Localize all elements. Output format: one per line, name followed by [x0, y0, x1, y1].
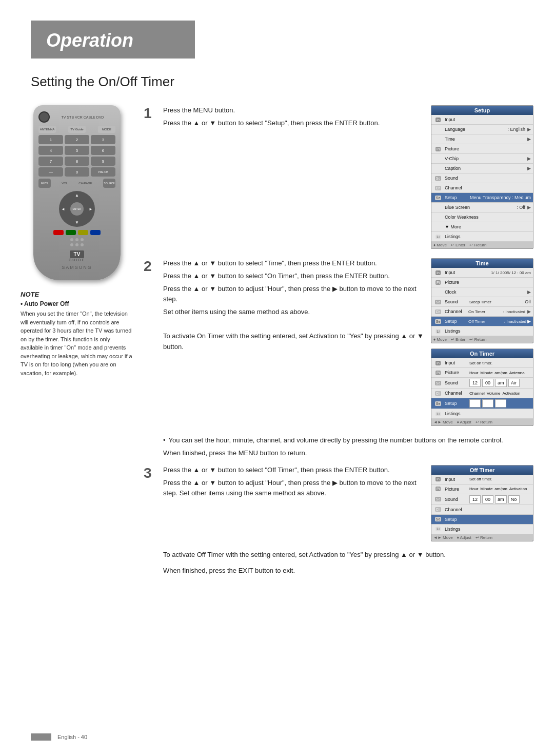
number-grid: 1 2 3 4 5 6 7 8 9 — 0 PRE-CH [38, 135, 115, 177]
vol-label: VOL [62, 182, 68, 185]
step-2-number: 2 [144, 259, 155, 274]
dots-row [38, 238, 115, 241]
vol-ch-row: MUTE VOL CH/PAGE SOURCE [38, 179, 115, 188]
step-1-number: 1 [144, 106, 155, 121]
yellow-button[interactable] [78, 230, 88, 235]
ch-label: CH/PAGE [78, 182, 92, 185]
color-buttons [38, 230, 115, 235]
time-row-picture: Pi Picture [431, 278, 533, 287]
step-3-text: Press the ▲ or ▼ button to select "Off T… [163, 465, 425, 501]
num-5[interactable]: 5 [65, 146, 89, 155]
menu-row-bluescreen: Blue Screen : Off ▶ [431, 203, 533, 212]
ot-row-channel: Ch Channel Channel Volume Activation [431, 389, 533, 398]
finish-note-3: When finished, press the EXIT button to … [163, 567, 533, 574]
num-9[interactable]: 9 [91, 157, 115, 166]
oft-row-input: In Input Set off timer. [431, 475, 533, 484]
time-row-setup: Se Setup Off Timer : Inactivated ▶ [431, 317, 533, 326]
menu-row-time: Time ▶ [431, 134, 533, 144]
dpad-up-icon[interactable]: ▲ [75, 193, 79, 198]
time-screen-title: Time [431, 259, 533, 268]
dpad-right-icon[interactable]: ► [89, 207, 93, 211]
num-dash[interactable]: — [38, 167, 63, 177]
ontimer-footer: ◄► Move♦ Adjust↩ Return [431, 419, 533, 425]
menu-row-input: In Input [431, 115, 533, 125]
tv-guide-logo: TV GUIDE [38, 250, 115, 262]
menu-row-channel: Ch Channel [431, 183, 533, 193]
num-0[interactable]: 0 [65, 167, 89, 177]
menu-row-picture: Pi Picture [431, 144, 533, 154]
antenna-button[interactable]: ANTENNA [38, 126, 56, 133]
source-button[interactable]: SOURCE [103, 179, 115, 188]
oft-row-listings: Li Listings [431, 525, 533, 534]
ot-row-sound: So Sound 12 00 am Air [431, 378, 533, 389]
remote-control: TV STB VCR CABLE DVD ANTENNA TV Guide MO… [33, 105, 121, 280]
directional-pad[interactable]: ▲ ▼ ◄ ► ENTER [59, 191, 95, 227]
num-8[interactable]: 8 [65, 157, 89, 166]
oft-row-picture: Pi Picture Hour Minute am/pm Activation [431, 484, 533, 494]
num-1[interactable]: 1 [38, 135, 63, 144]
menu-row-more: ▼ More [431, 222, 533, 232]
num-prech[interactable]: PRE-CH [91, 167, 115, 177]
oft-row-setup: Se Setup [431, 515, 533, 525]
green-button[interactable] [66, 230, 76, 235]
step-3-row: 3 Press the ▲ or ▼ button to select "Off… [144, 465, 533, 541]
page-footer: English - 40 [31, 733, 87, 741]
enter-button[interactable]: ENTER [70, 202, 84, 216]
offtimer-screen: Off Timer In Input Set off timer. Pi Pic… [431, 465, 533, 541]
mute-button[interactable]: MUTE [38, 179, 51, 188]
power-button[interactable] [38, 111, 50, 123]
ontimer-screen: On Timer In Input Set on timer. Pi Pictu… [431, 348, 533, 426]
step-2-row: 2 Press the ▲ or ▼ button to select "Tim… [144, 258, 533, 426]
dots-row2 [38, 243, 115, 246]
dpad-left-icon[interactable]: ◄ [61, 207, 65, 211]
time-row-channel: Ch Channel On Timer : Inactivated ▶ [431, 307, 533, 317]
menu-row-colorweakness: Color Weakness [431, 212, 533, 222]
oft-row-sound: So Sound 12 00 am No [431, 494, 533, 505]
dpad-wrap: ▲ ▼ ◄ ► ENTER [38, 191, 115, 227]
menu-row-setup: Se Setup Menu Transparency : Medium [431, 193, 533, 203]
page-title: Operation [46, 30, 180, 51]
tvguide-button[interactable]: TV Guide [68, 126, 86, 133]
menu-row-listings: Li Listings [431, 232, 533, 242]
time-screen: Time In Input 1/ 1/ 2005/ 12 : 00 am Pi … [431, 258, 533, 343]
ot-row-listings: Li Listings [431, 409, 533, 419]
section-title: Setting the On/Off Timer [31, 74, 554, 90]
note-title: NOTE [21, 290, 133, 298]
red-button[interactable] [53, 230, 64, 235]
num-2[interactable]: 2 [65, 135, 89, 144]
offtimer-footer: ◄► Move♦ Adjust↩ Return [431, 534, 533, 541]
step-2-extra: To activate On Timer with the setting en… [163, 331, 425, 353]
ot-row-setup: Se Setup 3 10 No [431, 398, 533, 409]
time-row-listings: Li Listings [431, 326, 533, 336]
num-3[interactable]: 3 [91, 135, 115, 144]
setup-screen: Setup In Input Language : English ▶ Ti [431, 105, 533, 249]
ontimer-screen-title: On Timer [431, 349, 533, 358]
blue-button[interactable] [90, 230, 101, 235]
finish-note-1: When finished, press the MENU button to … [163, 449, 533, 457]
dpad-down-icon[interactable]: ▼ [75, 220, 79, 225]
num-4[interactable]: 4 [38, 146, 63, 155]
time-row-input: In Input 1/ 1/ 2005/ 12 : 00 am [431, 268, 533, 278]
time-row-sound: So Sound Sleep Timer : Off [431, 297, 533, 307]
mode-button[interactable]: MODE [98, 126, 115, 133]
num-6[interactable]: 6 [91, 146, 115, 155]
step-1-text: Press the MENU button. Press the ▲ or ▼ … [163, 105, 425, 131]
operation-header: Operation [31, 21, 195, 59]
note-bullet: • Auto Power Off [21, 300, 133, 307]
note-section: NOTE • Auto Power Off When you set the t… [21, 290, 133, 377]
menu-row-language: Language : English ▶ [431, 125, 533, 134]
step-3-number: 3 [144, 466, 155, 480]
menu-row-sound: So Sound [431, 173, 533, 183]
setup-screen-title: Setup [431, 106, 533, 115]
tv-box: TV [70, 250, 85, 258]
finish-note-2: To activate Off Timer with the setting e… [163, 551, 533, 558]
oft-row-channel: Ch Channel [431, 505, 533, 515]
menu-row-caption: Caption ▶ [431, 164, 533, 173]
num-7[interactable]: 7 [38, 157, 63, 166]
ot-row-input: In Input Set on timer. [431, 358, 533, 368]
time-footer: ♦ Move↵ Enter↩ Return [431, 336, 533, 343]
step-3: 3 Press the ▲ or ▼ button to select "Off… [144, 465, 425, 501]
footer-bar [31, 733, 51, 741]
brand-label: SAMSUNG [38, 265, 115, 270]
offtimer-screen-title: Off Timer [431, 466, 533, 475]
